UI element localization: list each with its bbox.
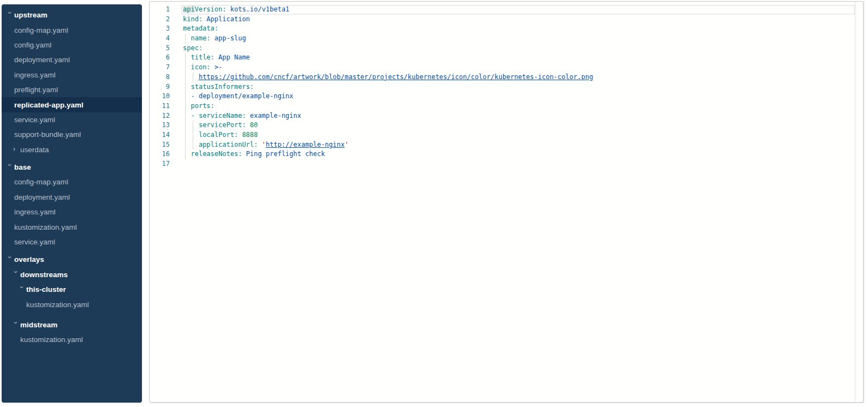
sidebar-file-ingress-yaml[interactable]: ingress.yaml	[2, 68, 142, 82]
file-label: config-map.yaml	[14, 178, 68, 186]
code-line[interactable]: 15 applicationUrl: 'http://example-nginx…	[150, 140, 863, 150]
line-number: 17	[150, 159, 170, 169]
sidebar-file-deployment-yaml[interactable]: deployment.yaml	[2, 52, 142, 67]
code-token-keyhl: api	[183, 5, 195, 13]
line-number: 15	[150, 140, 170, 150]
sidebar-folder-downstreams[interactable]: ›downstreams	[2, 267, 142, 282]
sidebar-folder-this-cluster[interactable]: ›this-cluster	[2, 282, 142, 297]
indent-guide	[193, 130, 193, 140]
code-line-content: spec:	[183, 44, 855, 53]
folder-label: upstream	[14, 11, 47, 19]
sidebar-file-replicated-app-yaml[interactable]: replicated-app.yaml	[2, 97, 142, 112]
code-token-key: releaseNotes:	[191, 150, 242, 158]
indent-guide	[185, 111, 186, 121]
url-link[interactable]: http://example-nginx	[266, 141, 345, 148]
sidebar-file-config-map-yaml[interactable]: config-map.yaml	[2, 175, 142, 189]
code-line[interactable]: 17	[150, 159, 863, 169]
code-line[interactable]: 11 ports:	[150, 101, 863, 111]
chevron-down-icon: ›	[12, 271, 20, 278]
sidebar-file-ingress-yaml[interactable]: ingress.yaml	[2, 205, 142, 219]
code-line-content: https://github.com/cncf/artwork/blob/mas…	[183, 73, 855, 82]
code-line[interactable]: 8 https://github.com/cncf/artwork/blob/m…	[150, 73, 863, 82]
code-token-key: metadata:	[183, 25, 218, 32]
sidebar-folder-base[interactable]: ›base	[2, 160, 142, 175]
code-line[interactable]: 12 - serviceName: example-nginx	[150, 111, 863, 121]
indent-guide	[185, 92, 186, 101]
code-line[interactable]: 4 name: app-slug	[150, 34, 863, 44]
code-line[interactable]: 5spec:	[150, 44, 863, 53]
sidebar-file-config-yaml[interactable]: config.yaml	[2, 38, 142, 52]
code-line[interactable]: 1apiVersion: kots.io/v1beta1	[150, 5, 863, 15]
code-line-content: localPort: 8888	[183, 130, 855, 140]
file-label: service.yaml	[14, 238, 55, 246]
sidebar-file-service-yaml[interactable]: service.yaml	[2, 235, 142, 249]
sidebar-file-service-yaml[interactable]: service.yaml	[2, 112, 142, 127]
line-number: 1	[150, 5, 170, 15]
chevron-right-icon: ›	[13, 145, 20, 153]
code-token-plain	[211, 63, 215, 71]
file-label: preflight.yaml	[14, 86, 58, 94]
sidebar-file-kustomization-yaml[interactable]: kustomization.yaml	[2, 297, 142, 312]
sidebar-file-config-map-yaml[interactable]: config-map.yaml	[2, 22, 142, 37]
code-line[interactable]: 3metadata:	[150, 24, 863, 34]
indent-guide	[185, 140, 186, 150]
code-token-key: spec:	[183, 44, 203, 52]
folder-label: midstream	[20, 321, 57, 329]
code-line[interactable]: 6 title: App Name	[150, 53, 863, 63]
code-token-plain	[226, 5, 230, 13]
code-token-key: ports:	[191, 102, 214, 110]
sidebar-file-kustomization-yaml[interactable]: kustomization.yaml	[2, 219, 142, 234]
code-token-plain	[183, 83, 191, 91]
code-line[interactable]: 9 statusInformers:	[150, 82, 863, 92]
code-line-content: apiVersion: kots.io/v1beta1	[183, 5, 855, 15]
file-label: replicated-app.yaml	[14, 101, 84, 109]
file-label: kustomization.yaml	[20, 336, 83, 344]
indent-guide	[185, 53, 186, 63]
folder-label: this-cluster	[26, 285, 66, 294]
code-token-plain	[246, 121, 250, 129]
code-line[interactable]: 16 releaseNotes: Ping preflight check	[150, 149, 863, 159]
sidebar-file-kustomization-yaml[interactable]: kustomization.yaml	[2, 332, 142, 347]
code-line[interactable]: 13 servicePort: 80	[150, 121, 863, 130]
file-label: support-bundle.yaml	[14, 130, 81, 139]
chevron-down-icon: ›	[6, 11, 14, 19]
sidebar-folder-midstream[interactable]: ›midstream	[2, 318, 142, 332]
code-line-content: - serviceName: example-nginx	[183, 111, 855, 121]
url-link[interactable]: https://github.com/cncf/artwork/blob/mas…	[199, 73, 593, 81]
chevron-down-icon: ›	[6, 256, 14, 263]
code-token-key: name:	[191, 34, 210, 42]
indent-guide	[185, 63, 186, 73]
folder-label: overlays	[14, 255, 44, 264]
code-line-content: applicationUrl: 'http://example-nginx'	[183, 140, 855, 150]
line-number: 12	[150, 111, 170, 121]
code-token-plain	[258, 141, 261, 148]
code-token-quote: '	[344, 141, 348, 148]
folder-label: base	[14, 163, 31, 171]
code-line-content	[183, 159, 855, 169]
line-number: 5	[150, 44, 170, 53]
code-line-content: title: App Name	[183, 53, 855, 63]
sidebar-tree: ›upstreamconfig-map.yamlconfig.yamldeplo…	[2, 8, 142, 348]
code-line[interactable]: 14 localPort: 8888	[150, 130, 863, 140]
code-token-plain	[215, 53, 218, 61]
code-token-quote: '	[262, 141, 266, 148]
sidebar-folder-userdata[interactable]: ›userdata	[2, 142, 142, 157]
folder-label: userdata	[20, 146, 49, 154]
code-line[interactable]: 10 - deployment/example-nginx	[150, 92, 863, 101]
sidebar-folder-overlays[interactable]: ›overlays	[2, 252, 142, 267]
code-line[interactable]: 7 icon: >-	[150, 63, 863, 73]
line-number: 6	[150, 53, 170, 63]
code-line-content: icon: >-	[183, 63, 855, 73]
code-line-content: ports:	[183, 101, 855, 111]
sidebar-folder-upstream[interactable]: ›upstream	[2, 8, 142, 22]
line-number: 16	[150, 149, 170, 159]
file-label: ingress.yaml	[14, 71, 56, 79]
sidebar-file-deployment-yaml[interactable]: deployment.yaml	[2, 190, 142, 205]
code-line[interactable]: 2kind: Application	[150, 15, 863, 25]
code-token-plain	[183, 34, 191, 42]
code-token-key: icon:	[191, 63, 210, 71]
code-token-key: servicePort:	[199, 121, 246, 129]
sidebar-file-preflight-yaml[interactable]: preflight.yaml	[2, 82, 142, 97]
code-editor[interactable]: 1apiVersion: kots.io/v1beta12kind: Appli…	[149, 1, 864, 403]
sidebar-file-support-bundle-yaml[interactable]: support-bundle.yaml	[2, 127, 142, 142]
